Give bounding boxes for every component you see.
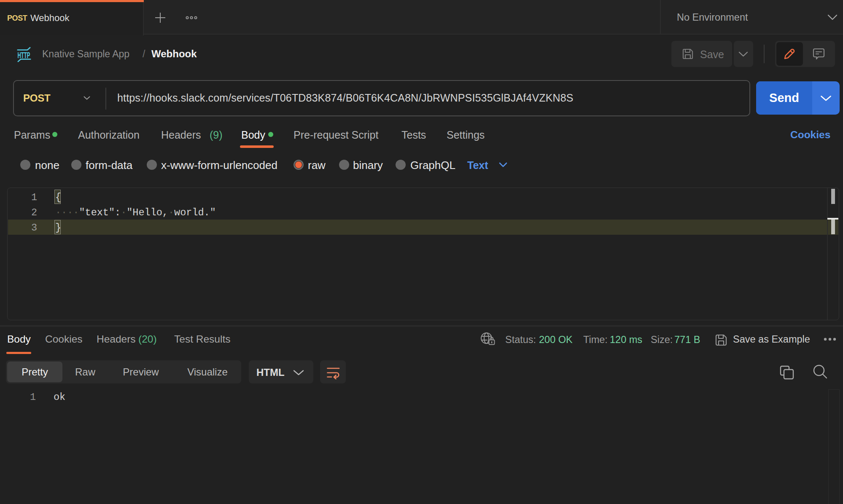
svg-text:HTTP: HTTP: [18, 51, 30, 60]
